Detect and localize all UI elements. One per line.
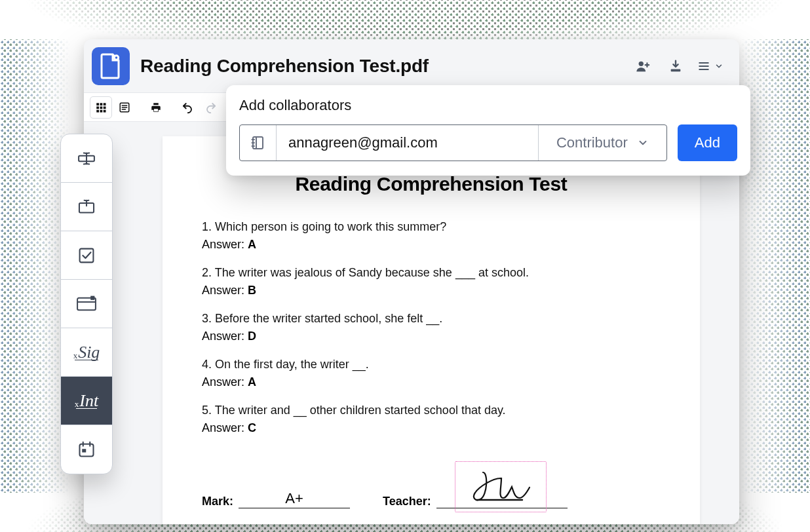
print-icon xyxy=(150,102,162,113)
text-cursor-tool[interactable] xyxy=(61,134,112,183)
undo-button[interactable] xyxy=(177,97,198,118)
svg-point-1 xyxy=(639,61,644,66)
svg-rect-8 xyxy=(104,106,106,109)
date-tool[interactable] xyxy=(61,425,112,474)
text-field-icon xyxy=(75,196,98,218)
chevron-down-icon xyxy=(714,62,723,71)
answer-line: Answer: B xyxy=(202,284,661,297)
redo-icon xyxy=(205,102,217,113)
svg-rect-7 xyxy=(100,106,103,109)
add-collaborators-popover: Add collaborators Contributor Add xyxy=(226,85,750,176)
print-button[interactable] xyxy=(145,97,166,118)
svg-rect-13 xyxy=(154,109,158,111)
share-button[interactable] xyxy=(632,55,654,77)
signature-box[interactable] xyxy=(455,461,547,512)
mark-field: Mark: A+ xyxy=(202,490,350,508)
mark-label: Mark: xyxy=(202,495,233,508)
grid-icon xyxy=(95,102,107,113)
role-select-label: Contributor xyxy=(556,134,628,151)
signature-glyph xyxy=(465,468,537,505)
grid-view-button[interactable] xyxy=(90,97,111,118)
more-menu-button[interactable] xyxy=(697,55,723,77)
svg-rect-4 xyxy=(100,103,103,105)
svg-rect-3 xyxy=(96,103,99,105)
download-button[interactable] xyxy=(665,55,687,77)
teacher-label: Teacher: xyxy=(383,495,431,508)
app-logo-icon xyxy=(100,53,122,79)
popover-title: Add collaborators xyxy=(239,97,737,114)
checkbox-tool[interactable] xyxy=(61,231,112,280)
answer-line: Answer: C xyxy=(202,421,661,435)
answer-line: Answer: A xyxy=(202,238,661,252)
question-text: 5. The writer and __ other children star… xyxy=(202,404,661,417)
collaborator-input-group: Contributor xyxy=(239,124,667,161)
initials-tool[interactable]: xInt xyxy=(61,377,112,425)
checkbox-icon xyxy=(76,245,97,266)
address-book-icon xyxy=(250,135,266,151)
signature-tool[interactable]: xSig xyxy=(61,328,112,377)
collaborator-email-input[interactable] xyxy=(277,125,538,161)
chevron-down-icon xyxy=(637,137,649,149)
svg-rect-11 xyxy=(104,109,106,112)
outline-view-button[interactable] xyxy=(114,97,135,118)
contacts-button[interactable] xyxy=(240,125,277,161)
document-heading: Reading Comprehension Test xyxy=(202,173,661,195)
workspace: Reading Comprehension Test 1. Which pers… xyxy=(84,122,739,524)
person-add-icon xyxy=(636,59,650,73)
svg-rect-16 xyxy=(80,248,94,262)
mark-value[interactable]: A+ xyxy=(239,490,350,508)
text-field-tool[interactable] xyxy=(61,183,112,231)
app-logo[interactable] xyxy=(92,47,130,85)
undo-icon xyxy=(182,102,193,113)
role-select[interactable]: Contributor xyxy=(538,125,666,161)
redo-button[interactable] xyxy=(201,97,222,118)
answer-line: Answer: A xyxy=(202,375,661,389)
signature-tool-label: xSig xyxy=(73,343,100,362)
svg-rect-9 xyxy=(96,109,99,112)
add-collaborator-button[interactable]: Add xyxy=(678,124,737,161)
question-text: 2. The writer was jealous of Sandy becau… xyxy=(202,266,661,280)
text-cursor-icon xyxy=(75,147,98,170)
document-page: Reading Comprehension Test 1. Which pers… xyxy=(163,136,700,524)
svg-point-0 xyxy=(114,55,118,59)
outline-icon xyxy=(119,102,130,113)
answer-line: Answer: D xyxy=(202,330,661,343)
initials-tool-label: xInt xyxy=(75,391,98,411)
download-icon xyxy=(668,59,683,73)
document-title: Reading Comprehension Test.pdf xyxy=(140,56,429,77)
svg-rect-18 xyxy=(90,295,94,299)
question-text: 3. Before the writer started school, she… xyxy=(202,312,661,326)
svg-rect-10 xyxy=(100,109,103,112)
svg-rect-19 xyxy=(80,444,94,457)
svg-rect-6 xyxy=(96,106,99,109)
question-text: 4. On the first day, the writer __. xyxy=(202,358,661,371)
calendar-icon xyxy=(77,440,96,459)
svg-rect-2 xyxy=(671,69,681,71)
question-text: 1. Which person is going to work this su… xyxy=(202,220,661,234)
tool-palette: xSig xInt xyxy=(60,134,113,474)
svg-rect-5 xyxy=(104,103,106,105)
svg-rect-20 xyxy=(82,449,86,452)
menu-icon xyxy=(697,60,710,73)
sticky-note-icon xyxy=(75,294,98,314)
note-tool[interactable] xyxy=(61,280,112,328)
